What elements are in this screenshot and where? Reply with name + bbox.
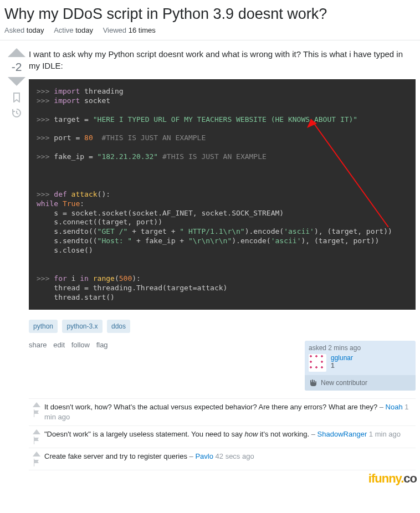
user-card: asked 2 mins ago gglunar 1 New contribut… bbox=[305, 341, 416, 391]
vote-column: -2 bbox=[4, 48, 29, 470]
user-name-link[interactable]: gglunar bbox=[331, 354, 353, 362]
question-meta: Asked today Active today Viewed 16 times bbox=[0, 26, 420, 40]
comment-row: Create fake server and try to register q… bbox=[29, 448, 416, 470]
comment-row: "Doesn't work" is a largely useless stat… bbox=[29, 426, 416, 448]
history-icon[interactable] bbox=[12, 108, 22, 118]
flag-link[interactable]: flag bbox=[96, 341, 108, 349]
hand-icon bbox=[309, 378, 317, 387]
meta-viewed-label: Viewed bbox=[103, 26, 126, 34]
code-block: >>> import threading >>> import socket >… bbox=[29, 79, 416, 310]
comment-upvote-button[interactable] bbox=[33, 402, 40, 407]
comment-text: It doesn't work, how? What's the actual … bbox=[44, 403, 377, 411]
edit-link[interactable]: edit bbox=[53, 341, 65, 349]
tag-python[interactable]: python bbox=[29, 320, 58, 333]
comment-upvote-button[interactable] bbox=[33, 429, 40, 434]
comment-user-link[interactable]: Pavlo bbox=[195, 452, 213, 460]
meta-active-value: today bbox=[75, 26, 93, 34]
tag-ddos[interactable]: ddos bbox=[107, 320, 130, 333]
comments-section: It doesn't work, how? What's the actual … bbox=[29, 398, 416, 470]
question-text: I want to ask why my Python script doesn… bbox=[29, 48, 416, 71]
watermark: ifunny.co bbox=[368, 471, 417, 486]
comment-text: "Doesn't work" is a largely useless stat… bbox=[44, 430, 244, 438]
vote-score: -2 bbox=[12, 60, 22, 74]
follow-link[interactable]: follow bbox=[71, 341, 90, 349]
page-title: Why my DDoS script in Python 3.9 doesnt … bbox=[0, 0, 420, 26]
avatar[interactable] bbox=[309, 354, 326, 372]
comment-flag-icon[interactable] bbox=[33, 409, 40, 417]
comment-row: It doesn't work, how? What's the actual … bbox=[29, 399, 416, 425]
share-link[interactable]: share bbox=[29, 341, 47, 349]
comment-upvote-button[interactable] bbox=[33, 452, 40, 456]
meta-viewed-value: 16 times bbox=[129, 26, 156, 34]
meta-asked-value: today bbox=[27, 26, 44, 34]
user-reputation: 1 bbox=[331, 362, 353, 370]
comment-flag-icon[interactable] bbox=[33, 437, 40, 444]
meta-active-label: Active bbox=[54, 26, 73, 34]
comment-time: 42 secs ago bbox=[213, 452, 254, 460]
bookmark-icon[interactable] bbox=[12, 93, 22, 102]
downvote-button[interactable] bbox=[8, 77, 25, 86]
asked-time: asked 2 mins ago bbox=[309, 344, 412, 352]
tags: python python-3.x ddos bbox=[29, 320, 416, 333]
comment-text: Create fake server and try to register q… bbox=[44, 452, 187, 460]
comment-flag-icon[interactable] bbox=[33, 459, 40, 466]
comment-time: 1 min ago bbox=[367, 430, 401, 438]
upvote-button[interactable] bbox=[8, 48, 25, 57]
new-contributor-badge: New contributor bbox=[305, 375, 416, 391]
tag-python-3x[interactable]: python-3.x bbox=[62, 320, 102, 333]
comment-user-link[interactable]: ShadowRanger bbox=[317, 430, 367, 438]
comment-user-link[interactable]: Noah bbox=[386, 403, 403, 411]
meta-asked-label: Asked bbox=[4, 26, 24, 34]
